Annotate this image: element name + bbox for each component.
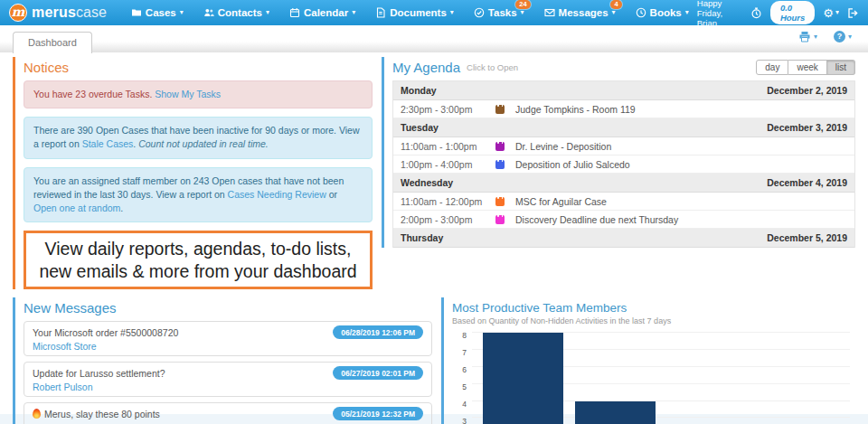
notice-link[interactable]: Show My Tasks	[155, 89, 221, 99]
event-title: MSC for Aguilar Case	[515, 196, 607, 207]
message-sender-link[interactable]: Robert Pulson	[33, 382, 423, 392]
tab-bar: Dashboard ▾ ? ▾	[0, 25, 868, 52]
event-time: 1:00pm - 4:00pm	[401, 159, 494, 170]
agenda-view-switcher: dayweeklist	[756, 60, 855, 75]
agenda-day-header: WednesdayDecember 4, 2019	[393, 174, 854, 193]
caret-down-icon: ▾	[180, 9, 184, 16]
event-title: Discovery Deadline due next Thursday	[515, 214, 678, 225]
day-date: December 4, 2019	[767, 177, 847, 188]
caret-down-icon: ▾	[835, 9, 839, 16]
dashboard-callout: View daily reports, agendas, to-do lists…	[24, 231, 373, 289]
y-tick-label: 8	[462, 331, 467, 340]
nav-item-cases[interactable]: Cases▾	[123, 3, 192, 23]
agenda-event-row[interactable]: 2:30pm - 3:00pmJudge Tompkins - Room 119	[393, 100, 854, 118]
nav-item-calendar[interactable]: Calendar▾	[281, 3, 363, 23]
caret-down-icon: ▾	[685, 9, 689, 16]
messages-list: Your Microsoft order #550000872006/28/20…	[24, 321, 432, 424]
productivity-chart-panel: Most Productive Team Members Based on Qu…	[441, 297, 855, 424]
bar-chart: 012345678 VZWWBSMJL	[452, 333, 850, 424]
nav-right: Happy Friday, Brian. 0.0 Hours ⚙▾	[697, 0, 859, 28]
meruscase-logo[interactable]: m meruscase	[9, 4, 107, 22]
chart-subtitle: Based on Quantity of Non-Hidden Activiti…	[452, 316, 855, 325]
day-date: December 5, 2019	[767, 232, 847, 243]
event-calendar-icon	[495, 142, 505, 151]
event-title: Judge Tompkins - Room 119	[515, 104, 636, 115]
agenda-day-header: TuesdayDecember 3, 2019	[393, 118, 854, 137]
chart-title: Most Productive Team Members	[452, 301, 855, 315]
contacts-icon	[203, 7, 214, 18]
message-sender-link[interactable]: Microsoft Store	[33, 341, 423, 352]
message-card[interactable]: Merus, slay these 80 points05/21/2019 12…	[24, 402, 432, 424]
message-subject: Merus, slay these 80 points	[33, 409, 160, 419]
chart-plot-area: VZWWBSMJL	[472, 333, 850, 424]
tasks-icon	[474, 7, 485, 18]
agenda-view-list[interactable]: list	[827, 60, 855, 75]
agenda-view-day[interactable]: day	[756, 60, 788, 75]
nav-item-books[interactable]: Books▾	[627, 3, 697, 23]
print-menu[interactable]: ▾	[798, 31, 817, 42]
notices-title: Notices	[24, 60, 373, 75]
tab-dashboard[interactable]: Dashboard	[13, 32, 92, 53]
agenda-event-row[interactable]: 1:00pm - 4:00pmDeposition of Julio Salce…	[393, 155, 854, 174]
notice-alert: You have 23 overdue Tasks. Show My Tasks	[24, 80, 373, 108]
nav-item-documents[interactable]: Documents▾	[367, 3, 462, 23]
nav-item-tasks[interactable]: Tasks▾24	[466, 3, 533, 23]
nav-badge: 24	[515, 0, 530, 9]
agenda-day-header: MondayDecember 2, 2019	[393, 81, 854, 100]
day-name: Monday	[401, 85, 437, 96]
day-name: Thursday	[401, 232, 443, 243]
tab-bar-actions: ▾ ? ▾	[798, 31, 852, 42]
caret-down-icon: ▾	[521, 9, 524, 16]
printer-icon	[798, 31, 811, 42]
caret-down-icon: ▾	[612, 9, 616, 16]
y-tick-label: 5	[462, 382, 467, 391]
nav-item-contacts[interactable]: Contacts▾	[195, 3, 278, 23]
event-time: 2:30pm - 3:00pm	[401, 104, 494, 115]
help-icon: ?	[834, 31, 845, 42]
day-name: Tuesday	[401, 122, 439, 133]
message-subject: Your Microsoft order #5500008720	[33, 327, 178, 338]
bar-column-jl: JL	[753, 333, 845, 424]
dashboard-content: Notices You have 23 overdue Tasks. Show …	[0, 52, 868, 414]
event-calendar-icon	[495, 215, 505, 224]
event-title: Deposition of Julio Salcedo	[515, 159, 630, 170]
message-date-badge: 05/21/2019 12:32 PM	[333, 407, 423, 420]
bar-column-bsm: BSM	[661, 333, 753, 424]
agenda-event-row[interactable]: 11:00am - 1:00pmDr. Levine - Deposition	[393, 137, 854, 155]
gear-icon: ⚙	[823, 6, 834, 20]
logout-icon[interactable]	[847, 7, 859, 19]
y-tick-label: 3	[462, 417, 467, 424]
notice-link[interactable]: Stale Cases	[82, 138, 134, 149]
settings-menu[interactable]: ⚙▾	[823, 6, 839, 20]
notice-alert: There are 390 Open Cases that have been …	[24, 117, 373, 158]
agenda-table: MondayDecember 2, 20192:30pm - 3:00pmJud…	[392, 80, 855, 248]
caret-down-icon: ▾	[848, 33, 852, 41]
bar	[483, 333, 563, 424]
agenda-event-row[interactable]: 2:00pm - 3:00pmDiscovery Deadline due ne…	[393, 211, 854, 229]
notice-link[interactable]: Open one at random	[33, 203, 120, 213]
nav-item-messages[interactable]: Messages▾4	[536, 3, 624, 23]
y-tick-label: 6	[462, 365, 467, 374]
event-calendar-icon	[495, 160, 505, 169]
envelope-icon	[544, 7, 555, 18]
agenda-view-week[interactable]: week	[788, 60, 826, 75]
timer-hours-pill[interactable]: 0.0 Hours	[770, 1, 815, 24]
event-calendar-icon	[495, 197, 505, 206]
brand-case: case	[76, 5, 107, 21]
message-subject: Update for Larusso settlement?	[33, 368, 165, 379]
message-card[interactable]: Your Microsoft order #550000872006/28/20…	[24, 321, 432, 356]
notice-link[interactable]: Cases Needing Review	[228, 189, 326, 200]
event-time: 2:00pm - 3:00pm	[401, 214, 494, 225]
greeting-text: Happy Friday, Brian.	[697, 0, 742, 28]
bar-column-ww: WW	[570, 333, 662, 424]
stopwatch-icon[interactable]	[750, 7, 762, 19]
message-card[interactable]: Update for Larusso settlement?06/27/2019…	[24, 362, 432, 397]
agenda-day-header: ThursdayDecember 5, 2019	[393, 229, 854, 248]
folder-icon	[131, 7, 142, 18]
help-menu[interactable]: ? ▾	[834, 31, 852, 42]
agenda-event-row[interactable]: 11:00am - 12:00pmMSC for Aguilar Case	[393, 193, 854, 211]
chart-y-axis: 012345678	[452, 333, 472, 424]
flame-icon	[33, 409, 41, 419]
caret-down-icon: ▾	[814, 33, 817, 41]
caret-down-icon: ▾	[450, 9, 454, 16]
